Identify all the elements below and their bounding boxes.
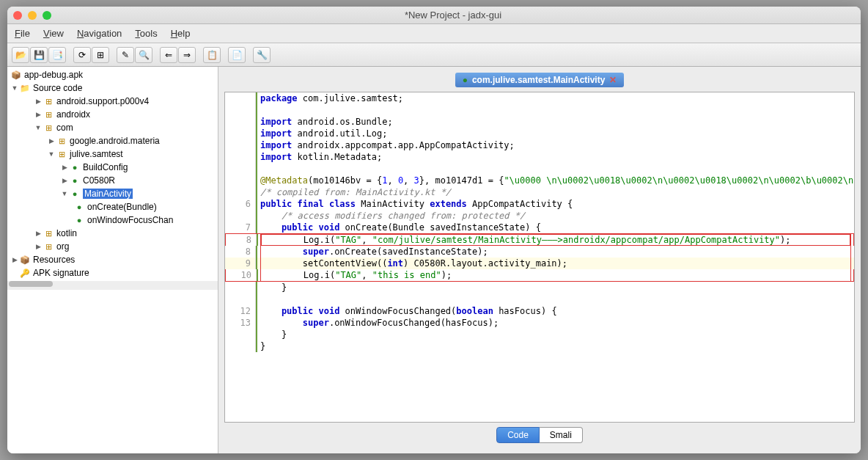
open-icon[interactable]: 📂 <box>12 47 29 63</box>
tree-root[interactable]: 📦app-debug.apk <box>7 68 218 81</box>
minimize-icon[interactable] <box>28 11 37 20</box>
menubar: File View Navigation Tools Help <box>7 24 861 43</box>
toolbar: 📂 💾 📑 ⟳ ⊞ ✎ 🔍 ⇐ ⇒ 📋 📄 🔧 <box>7 43 861 67</box>
zoom-icon[interactable] <box>43 11 51 20</box>
tabbar: ● com.julive.samtest.MainActivity ✕ <box>224 73 855 87</box>
settings-icon[interactable]: 🔧 <box>253 47 271 63</box>
log-icon[interactable]: 📄 <box>228 47 246 63</box>
tree-pkg-android[interactable]: ▶⊞android.support.p000v4 <box>7 95 218 108</box>
wand-icon[interactable]: ✎ <box>117 47 134 63</box>
view-smali-button[interactable]: Smali <box>540 427 583 443</box>
saveall-icon[interactable]: 📑 <box>48 47 66 63</box>
menu-help[interactable]: Help <box>171 28 191 39</box>
save-icon[interactable]: 💾 <box>30 47 48 63</box>
search-icon[interactable]: 🔍 <box>135 47 152 63</box>
tree-pkg-julive[interactable]: ▼⊞julive.samtest <box>7 147 218 161</box>
tree-method-oncreate[interactable]: ●onCreate(Bundle) <box>7 200 218 213</box>
tree-pkg-com[interactable]: ▼⊞com <box>7 121 218 134</box>
content: 📦app-debug.apk ▼📁Source code ▶⊞android.s… <box>7 67 861 453</box>
titlebar: *New Project - jadx-gui <box>7 7 861 24</box>
view-code-button[interactable]: Code <box>496 427 540 443</box>
tree-cls-buildconfig[interactable]: ▶●BuildConfig <box>7 161 218 174</box>
tree-cls-c0580r[interactable]: ▶●C0580R <box>7 174 218 187</box>
tree-pkg-kotlin[interactable]: ▶⊞kotlin <box>7 227 218 240</box>
sidebar-scroll[interactable] <box>7 281 218 290</box>
editor-pane: ● com.julive.samtest.MainActivity ✕ pack… <box>218 67 861 453</box>
menu-navigation[interactable]: Navigation <box>77 28 122 39</box>
tab-mainactivity[interactable]: ● com.julive.samtest.MainActivity ✕ <box>455 73 625 87</box>
menu-file[interactable]: File <box>15 28 30 39</box>
class-icon: ● <box>463 75 468 85</box>
close-icon[interactable] <box>13 11 22 20</box>
traffic-lights <box>13 11 51 20</box>
menu-view[interactable]: View <box>43 28 64 39</box>
grid-icon[interactable]: ⊞ <box>92 47 109 63</box>
sync-icon[interactable]: ⟳ <box>73 47 91 63</box>
tree-apk-signature[interactable]: 🔑APK signature <box>7 266 218 280</box>
forward-icon[interactable]: ⇒ <box>178 47 196 63</box>
tree-pkg-google[interactable]: ▶⊞google.android.materia <box>7 134 218 147</box>
tree-pkg-androidx[interactable]: ▶⊞androidx <box>7 108 218 121</box>
tab-close-icon[interactable]: ✕ <box>609 75 617 85</box>
menu-tools[interactable]: Tools <box>135 28 157 39</box>
app-window: *New Project - jadx-gui File View Naviga… <box>7 7 861 453</box>
tree-resources[interactable]: ▶📦Resources <box>7 253 218 266</box>
back-icon[interactable]: ⇐ <box>160 47 177 63</box>
view-switch: Code Smali <box>224 423 855 448</box>
tree-cls-mainactivity[interactable]: ▼●MainActivity <box>7 187 218 200</box>
code-editor[interactable]: package com.julive.samtest; import andro… <box>224 92 855 423</box>
tree-source[interactable]: ▼📁Source code <box>7 81 218 95</box>
window-title: *New Project - jadx-gui <box>51 10 855 21</box>
deobf-icon[interactable]: 📋 <box>203 47 221 63</box>
tree-method-onwindowfocus[interactable]: ●onWindowFocusChan <box>7 213 218 227</box>
tree-pkg-org[interactable]: ▶⊞org <box>7 240 218 253</box>
project-tree[interactable]: 📦app-debug.apk ▼📁Source code ▶⊞android.s… <box>7 67 218 453</box>
